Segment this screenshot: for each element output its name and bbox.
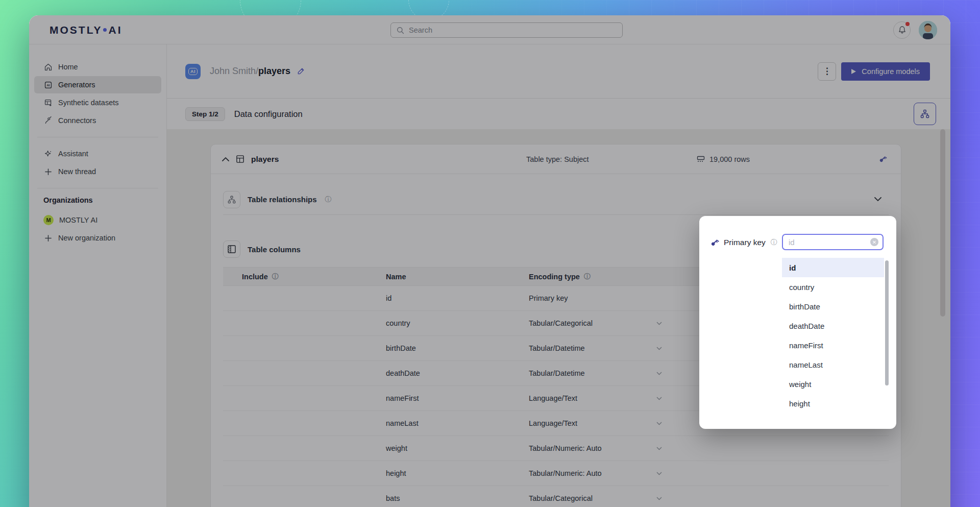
info-icon: ⓘ: [771, 238, 777, 247]
primary-key-option[interactable]: country: [782, 277, 884, 297]
primary-key-option[interactable]: height: [782, 394, 884, 413]
clear-input-icon[interactable]: ✕: [870, 238, 878, 246]
primary-key-option[interactable]: deathDate: [782, 316, 884, 335]
primary-key-label: Primary key: [724, 238, 766, 247]
primary-key-option[interactable]: nameLast: [782, 355, 884, 374]
primary-key-label-group: Primary key ⓘ: [709, 237, 777, 248]
primary-key-option[interactable]: birthDate: [782, 297, 884, 316]
primary-key-input[interactable]: [783, 238, 870, 247]
primary-key-option[interactable]: nameFirst: [782, 335, 884, 355]
key-icon: [709, 237, 720, 248]
dropdown-scrollbar[interactable]: [885, 260, 889, 385]
primary-key-options-list: id country birthDate deathDate nameFirst…: [782, 258, 884, 413]
app-window: MOSTLY AI: [29, 15, 950, 507]
primary-key-input-wrap: ✕: [782, 234, 884, 250]
primary-key-option[interactable]: id: [782, 258, 884, 277]
primary-key-option[interactable]: weight: [782, 374, 884, 394]
primary-key-popover: Primary key ⓘ ✕ id country birthDate dea…: [699, 216, 896, 429]
